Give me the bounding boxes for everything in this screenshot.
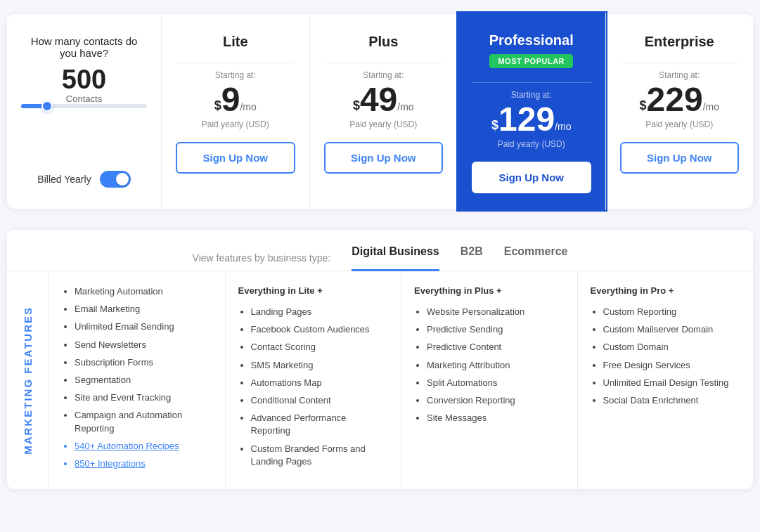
feature-list-lite: Marketing Automation Email Marketing Unl… xyxy=(62,285,212,470)
feature-item: Site Messages xyxy=(427,412,565,424)
paid-yearly-enterprise: Paid yearly (USD) xyxy=(645,119,713,129)
price-amount-plus: 49 xyxy=(360,83,397,117)
business-type-tabs: View features by business type: Digital … xyxy=(7,230,753,271)
feature-item: Custom Branded Forms and Landing Pages xyxy=(251,443,389,468)
feature-item: Conditional Content xyxy=(251,394,389,407)
feature-col-plus: Everything in Lite + Landing Pages Faceb… xyxy=(226,271,402,489)
feature-item: Marketing Automation xyxy=(75,285,212,298)
pricing-top: How many contacts do you have? 500 Conta… xyxy=(7,14,753,209)
price-dollar-professional: $ xyxy=(491,114,498,136)
feature-item: Unlimited Email Design Testing xyxy=(603,377,741,389)
price-dollar-enterprise: $ xyxy=(640,94,647,117)
contacts-panel: How many contacts do you have? 500 Conta… xyxy=(7,14,162,209)
plan-enterprise: Enterprise Starting at: $ 229 /mo Paid y… xyxy=(606,14,754,209)
paid-yearly-lite: Paid yearly (USD) xyxy=(202,119,269,129)
feature-item: Predictive Content xyxy=(427,341,565,353)
slider-fill xyxy=(21,104,44,108)
feature-item: Predictive Sending xyxy=(427,323,565,336)
price-mo-enterprise: /mo xyxy=(703,101,719,112)
feature-item: Send Newsletters xyxy=(75,339,212,351)
plan-name-enterprise: Enterprise xyxy=(645,34,714,50)
view-features-label: View features by business type: xyxy=(193,252,331,264)
billed-yearly-label: Billed Yearly xyxy=(37,174,91,185)
feature-item: Segmentation xyxy=(75,374,212,387)
billed-yearly-row: Billed Yearly xyxy=(37,171,130,188)
starting-at-enterprise: Starting at: xyxy=(659,70,700,80)
feature-grid: Marketing Features Marketing Automation … xyxy=(7,271,753,489)
feature-link-automation-recipes[interactable]: 540+ Automation Recipes xyxy=(75,440,212,453)
contact-slider-track[interactable] xyxy=(21,104,147,108)
feature-item: Subscription Forms xyxy=(75,356,212,369)
plan-lite: Lite Starting at: $ 9 /mo Paid yearly (U… xyxy=(162,14,310,209)
feature-item: Unlimited Email Sending xyxy=(75,320,212,333)
feature-item: Facebook Custom Audiences xyxy=(251,323,389,336)
plans-area: Lite Starting at: $ 9 /mo Paid yearly (U… xyxy=(162,14,753,209)
feature-item: Email Marketing xyxy=(75,303,212,316)
signup-btn-professional[interactable]: Sign Up Now xyxy=(472,162,591,193)
plan-divider-lite xyxy=(176,63,295,63)
billed-yearly-toggle[interactable] xyxy=(100,171,131,188)
starting-at-professional: Starting at: xyxy=(511,90,552,100)
feature-link-integrations[interactable]: 850+ Integrations xyxy=(75,458,212,470)
toggle-knob xyxy=(116,173,129,186)
plan-divider-professional xyxy=(472,82,591,83)
feature-item: Custom Domain xyxy=(603,341,741,353)
price-row-professional: $ 129 /mo xyxy=(491,103,571,136)
feature-item: Contact Scoring xyxy=(251,341,389,353)
price-mo-professional: /mo xyxy=(555,121,571,132)
contacts-label: Contacts xyxy=(66,93,102,104)
feature-item: Marketing Attribution xyxy=(427,359,565,372)
starting-at-plus: Starting at: xyxy=(363,70,404,80)
feature-section-label: Marketing Features xyxy=(22,306,34,455)
price-row-plus: $ 49 /mo xyxy=(353,83,414,117)
feature-item: Website Personalization xyxy=(427,306,565,318)
plan-name-lite: Lite xyxy=(223,34,248,50)
feature-item: SMS Marketing xyxy=(251,359,389,372)
price-row-enterprise: $ 229 /mo xyxy=(640,83,719,117)
contacts-question: How many contacts do you have? xyxy=(21,35,147,59)
price-amount-lite: 9 xyxy=(221,83,240,117)
feature-cols-area: Marketing Automation Email Marketing Unl… xyxy=(49,271,753,489)
feature-list-professional: Website Personalization Predictive Sendi… xyxy=(414,306,565,424)
contacts-number: 500 xyxy=(62,65,106,94)
feature-item: Social Data Enrichment xyxy=(603,394,741,407)
feature-item: Free Design Services xyxy=(603,359,741,372)
paid-yearly-professional: Paid yearly (USD) xyxy=(498,139,565,149)
paid-yearly-plus: Paid yearly (USD) xyxy=(349,119,417,129)
most-popular-badge: MOST POPULAR xyxy=(489,54,573,68)
feature-item: Landing Pages xyxy=(251,306,389,318)
price-row-lite: $ 9 /mo xyxy=(214,83,257,117)
everything-in-professional: Everything in Plus + xyxy=(414,285,565,296)
price-dollar-lite: $ xyxy=(214,94,221,117)
price-mo-plus: /mo xyxy=(397,101,413,112)
feature-item: Custom Mailserver Domain xyxy=(603,323,741,336)
page-wrapper: How many contacts do you have? 500 Conta… xyxy=(0,0,760,503)
price-amount-enterprise: 229 xyxy=(647,83,703,117)
plan-professional: Professional MOST POPULAR Starting at: $… xyxy=(458,13,606,210)
feature-col-lite: Marketing Automation Email Marketing Unl… xyxy=(49,271,226,489)
price-mo-lite: /mo xyxy=(240,101,256,112)
feature-item: Conversion Reporting xyxy=(427,394,565,407)
signup-btn-plus[interactable]: Sign Up Now xyxy=(324,142,444,174)
plan-divider-plus xyxy=(324,63,444,63)
price-dollar-plus: $ xyxy=(353,94,360,117)
tab-digital-business[interactable]: Digital Business xyxy=(352,245,439,271)
feature-item: Automations Map xyxy=(251,377,389,389)
feature-item: Site and Event Tracking xyxy=(75,391,212,404)
plan-name-plus: Plus xyxy=(368,34,398,50)
signup-btn-enterprise[interactable]: Sign Up Now xyxy=(620,142,740,174)
tab-b2b[interactable]: B2B xyxy=(460,245,483,271)
plan-name-professional: Professional xyxy=(489,32,574,48)
tab-ecommerce[interactable]: Ecommerce xyxy=(504,245,568,271)
feature-col-enterprise: Everything in Pro + Custom Reporting Cus… xyxy=(578,271,754,489)
price-amount-professional: 129 xyxy=(498,103,555,136)
feature-item: Custom Reporting xyxy=(603,306,741,318)
signup-btn-lite[interactable]: Sign Up Now xyxy=(176,142,295,174)
feature-item: Split Automations xyxy=(427,377,565,389)
features-section: View features by business type: Digital … xyxy=(7,230,753,489)
feature-item: Campaign and Automation Reporting xyxy=(75,409,212,434)
feature-list-enterprise: Custom Reporting Custom Mailserver Domai… xyxy=(591,306,741,407)
feature-label-col: Marketing Features xyxy=(7,271,49,489)
feature-list-plus: Landing Pages Facebook Custom Audiences … xyxy=(238,306,389,468)
slider-thumb xyxy=(41,100,53,112)
